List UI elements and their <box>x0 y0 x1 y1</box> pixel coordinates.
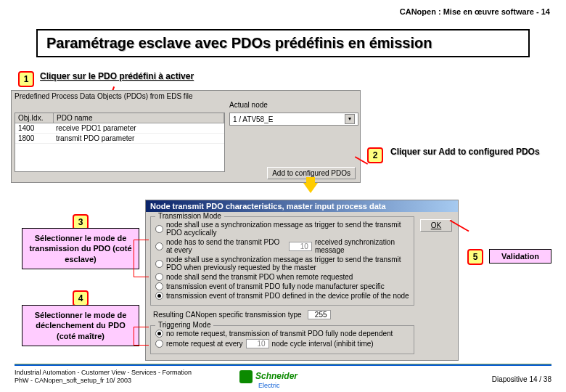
cell-idx: 1800 <box>15 134 53 143</box>
step-1-badge: 1 <box>18 71 34 87</box>
result-label: Resulting CANopen specific transmission … <box>153 311 302 319</box>
ok-button[interactable]: OK <box>420 219 452 232</box>
triggering-mode-label: Triggering Mode <box>155 321 213 329</box>
bracket-step4 <box>134 327 149 346</box>
tm-option-4[interactable]: node shall send the transmit PDO when re… <box>155 272 409 282</box>
transmission-mode-label: Transmission Mode <box>155 212 224 220</box>
cell-name: transmit PDO parameter <box>53 134 137 143</box>
divider <box>15 364 551 366</box>
result-value: 255 <box>308 310 331 319</box>
tm-option-5[interactable]: transmission event of transmit PDO fully… <box>155 282 409 291</box>
pdo-table: Obj.Idx. PDO name 1400 receive PDO1 para… <box>15 113 225 172</box>
eds-panel: Predefined Process Data Objects (PDOs) f… <box>11 90 361 183</box>
step-3-text: Sélectionner le mode de transmission du … <box>22 228 139 269</box>
tm-option-6[interactable]: transmission event of transmit PDO defin… <box>155 291 409 301</box>
table-row[interactable]: 1400 receive PDO1 parameter <box>15 123 224 134</box>
cell-idx: 1400 <box>15 123 53 133</box>
step-4-badge: 4 <box>73 290 89 306</box>
trg-option-1[interactable]: no remote request, transmission of trans… <box>155 329 409 338</box>
trg-option-2[interactable]: remote request at every10node cycle inte… <box>155 338 409 349</box>
footer-left: Industrial Automation - Customer View - … <box>15 369 192 385</box>
eds-panel-label: Predefined Process Data Objects (PDOs) f… <box>12 91 360 102</box>
actual-node-dropdown[interactable]: 1 / ATV58_E ▾ <box>229 113 358 126</box>
step-1-text: Cliquer sur le PDO prédéfini à activer <box>40 71 194 81</box>
page-number: Diapositive 14 / 38 <box>492 375 551 383</box>
actual-node-value: 1 / ATV58_E <box>233 115 273 123</box>
pdo-characteristics-dialog: Node transmit PDO characteristics, maste… <box>145 200 459 361</box>
slide-header: CANopen : Mise en œuvre software - 14 <box>400 7 550 16</box>
step-5-text: Validation <box>489 249 551 264</box>
dialog-title: Node transmit PDO characteristics, maste… <box>146 200 458 212</box>
tm-option-3[interactable]: node shall use a synchronization message… <box>155 255 409 272</box>
cell-name: receive PDO1 parameter <box>53 123 139 133</box>
bracket-step3 <box>134 240 149 277</box>
step-5-badge: 5 <box>467 249 483 265</box>
col-pdoname: PDO name <box>54 113 224 123</box>
tm-option-2[interactable]: node has to send the transmit PDO at eve… <box>155 237 409 255</box>
schneider-logo: Schneider Electric <box>239 370 298 389</box>
step-2-text: Cliquer sur Add to configured PDOs <box>390 147 540 157</box>
step-4-text: Sélectionner le mode de déclenchement du… <box>22 305 139 346</box>
actual-node-label: Actual node <box>229 101 268 109</box>
slide-title: Paramétrage esclave avec PDOs prédéfinis… <box>36 29 530 57</box>
flow-arrow-icon <box>303 183 318 193</box>
step-2-badge: 2 <box>367 147 383 163</box>
chevron-down-icon: ▾ <box>345 114 355 124</box>
tm-option-1[interactable]: node shall use a synchronization message… <box>155 220 409 237</box>
table-row[interactable]: 1800 transmit PDO parameter <box>15 134 224 144</box>
col-objidx: Obj.Idx. <box>15 113 54 123</box>
